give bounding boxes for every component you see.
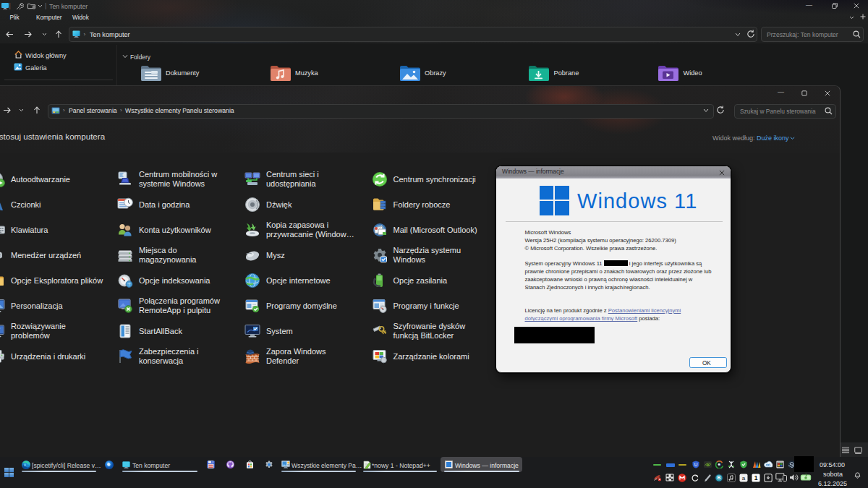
- svg-text:B: B: [718, 475, 721, 480]
- svg-text:1: 1: [754, 474, 758, 481]
- svg-text:a: a: [742, 475, 746, 481]
- svg-text:U: U: [694, 462, 698, 467]
